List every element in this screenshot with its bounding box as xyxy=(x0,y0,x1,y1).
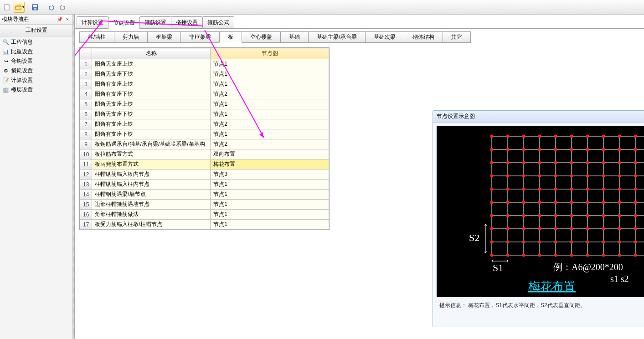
svg-point-119 xyxy=(634,227,637,231)
subtab-9[interactable]: 砌体结构 xyxy=(404,31,443,43)
row-node[interactable]: 节点1 xyxy=(211,79,329,89)
sidebar-item-3[interactable]: ⚙损耗设置 xyxy=(0,66,72,76)
row-name: 阴角无支座上铁 xyxy=(92,99,211,109)
subtab-5[interactable]: 空心楼盖 xyxy=(242,31,281,43)
table-row[interactable]: 9板钢筋遇承台/独基/承台梁/基础联系梁/条基构节点2 xyxy=(80,139,329,149)
svg-point-34 xyxy=(618,135,621,138)
svg-point-105 xyxy=(602,214,605,217)
sidebar-item-1[interactable]: 📊比重设置 xyxy=(0,47,72,56)
table-row[interactable]: 6阴角无支座下铁节点1 xyxy=(80,109,329,119)
svg-point-113 xyxy=(538,227,541,231)
row-node[interactable]: 节点3 xyxy=(211,170,329,180)
sidebar-item-icon: 🔍 xyxy=(3,39,9,46)
subtab-0[interactable]: 柱/墙柱 xyxy=(79,31,114,43)
sidebar-header: 工程设置 xyxy=(0,25,72,36)
table-row[interactable]: 15边部柱帽箍筋遇墙节点节点1 xyxy=(80,200,329,210)
row-node[interactable]: 节点1 xyxy=(211,200,329,210)
table-row[interactable]: 14柱帽钢筋遇梁/墙节点节点1 xyxy=(80,190,329,200)
row-node[interactable]: 节点1 xyxy=(211,129,329,139)
row-name: 板拉筋布置方式 xyxy=(92,149,211,159)
sidebar-item-5[interactable]: 🏢楼层设置 xyxy=(0,85,72,95)
svg-point-104 xyxy=(586,214,589,217)
row-name: 阳角无支座下铁 xyxy=(92,69,211,79)
subtab-6[interactable]: 基础 xyxy=(280,31,309,43)
subtab-8[interactable]: 基础次梁 xyxy=(365,31,404,43)
redo-button[interactable] xyxy=(57,2,68,13)
table-row[interactable]: 16角部柱帽箍筋做法节点1 xyxy=(80,210,329,220)
svg-point-57 xyxy=(602,161,605,164)
table-row[interactable]: 10板拉筋布置方式双向布置 xyxy=(80,149,329,159)
subtab-7[interactable]: 基础主梁/承台梁 xyxy=(308,31,365,43)
s2-label: S2 xyxy=(469,232,479,243)
row-number: 13 xyxy=(80,180,92,190)
open-button[interactable]: ▾ xyxy=(14,2,25,13)
subtab-4[interactable]: 板 xyxy=(219,31,242,43)
svg-point-29 xyxy=(538,135,541,138)
svg-point-90 xyxy=(554,201,557,204)
table-row[interactable]: 17板受力筋锚入柱墩/柱帽节点节点1 xyxy=(80,220,329,230)
sidebar-item-4[interactable]: 📝计算设置 xyxy=(0,76,72,85)
table-row[interactable]: 8阴角有支座下铁节点1 xyxy=(80,129,329,139)
row-node[interactable]: 节点1 xyxy=(211,190,329,200)
table-row[interactable]: 12柱帽纵筋锚入板内节点节点3 xyxy=(80,170,329,180)
row-node[interactable]: 双向布置 xyxy=(211,149,329,159)
svg-point-63 xyxy=(506,175,510,178)
row-number: 8 xyxy=(80,129,92,139)
subtab-2[interactable]: 框架梁 xyxy=(147,31,181,43)
svg-point-88 xyxy=(522,201,526,204)
row-node[interactable]: 节点1 xyxy=(211,109,329,119)
svg-point-51 xyxy=(506,161,510,164)
svg-point-140 xyxy=(586,254,589,257)
svg-point-86 xyxy=(490,201,494,204)
row-node[interactable]: 节点1 xyxy=(211,69,329,79)
tab-0[interactable]: 计算设置 xyxy=(77,16,108,28)
undo-button[interactable] xyxy=(46,2,57,13)
row-name: 阳角有支座上铁 xyxy=(92,79,211,89)
new-button[interactable] xyxy=(2,2,13,13)
row-node[interactable]: 节点1 xyxy=(211,220,329,230)
table-row[interactable]: 13柱帽纵筋锚入柱内节点节点1 xyxy=(80,180,329,190)
row-node[interactable]: 节点2 xyxy=(211,89,329,99)
row-node[interactable]: 节点2 xyxy=(211,119,329,129)
table-row[interactable]: 7阴角有支座上铁节点2 xyxy=(80,119,329,129)
svg-point-101 xyxy=(538,214,541,217)
tab-3[interactable]: 搭接设置 xyxy=(171,16,203,28)
svg-point-134 xyxy=(490,254,494,257)
row-node[interactable]: 节点2 xyxy=(211,139,329,149)
separator xyxy=(27,3,27,12)
table-row[interactable]: 4阳角有支座下铁节点2 xyxy=(80,89,329,99)
table-row[interactable]: 1阳角无支座上铁节点1 xyxy=(80,59,329,69)
sidebar-list: 🔍工程信息📊比重设置↪弯钩设置⚙损耗设置📝计算设置🏢楼层设置 xyxy=(0,36,72,96)
sidebar-item-icon: ↪ xyxy=(3,58,9,65)
table-row[interactable]: 3阳角有支座上铁节点1 xyxy=(80,79,329,89)
row-name: 板马凳筋布置方式 xyxy=(92,159,211,170)
row-name: 阴角有支座下铁 xyxy=(92,129,211,139)
tab-4[interactable]: 箍筋公式 xyxy=(202,16,234,28)
sidebar-item-label: 损耗设置 xyxy=(11,67,33,75)
tab-2[interactable]: 箍筋设置 xyxy=(139,16,171,28)
svg-point-94 xyxy=(618,201,621,204)
table-row[interactable]: 11板马凳筋布置方式梅花布置 xyxy=(80,159,329,170)
row-node[interactable]: 节点1 xyxy=(211,59,329,69)
row-node[interactable]: 节点1 xyxy=(211,210,329,220)
sidebar-item-0[interactable]: 🔍工程信息 xyxy=(0,37,72,47)
main-toolbar: ▾ xyxy=(0,0,644,15)
sidebar-item-2[interactable]: ↪弯钩设置 xyxy=(0,56,72,66)
preview-canvas: S2 S1 例：A6@200*200 s1 s2 梅花布置 xyxy=(437,126,644,297)
row-node[interactable]: 梅花布置 xyxy=(211,159,329,170)
table-row[interactable]: 2阳角无支座下铁节点1 xyxy=(80,69,329,79)
save-button[interactable] xyxy=(30,2,41,13)
svg-point-83 xyxy=(634,188,637,191)
svg-point-142 xyxy=(618,254,621,257)
close-icon[interactable]: × xyxy=(64,16,71,23)
tab-1[interactable]: 节点设置 xyxy=(108,17,140,29)
pin-icon[interactable]: 📌 xyxy=(57,16,63,23)
subtab-3[interactable]: 非框架梁 xyxy=(180,31,220,43)
row-node[interactable]: 节点1 xyxy=(211,99,329,109)
table-row[interactable]: 5阴角无支座上铁节点1 xyxy=(80,99,329,109)
row-node[interactable]: 节点1 xyxy=(211,180,329,190)
row-number: 10 xyxy=(80,149,92,159)
row-name: 阴角无支座下铁 xyxy=(92,109,211,119)
subtab-10[interactable]: 其它 xyxy=(443,31,471,43)
subtab-1[interactable]: 剪力墙 xyxy=(114,31,148,43)
